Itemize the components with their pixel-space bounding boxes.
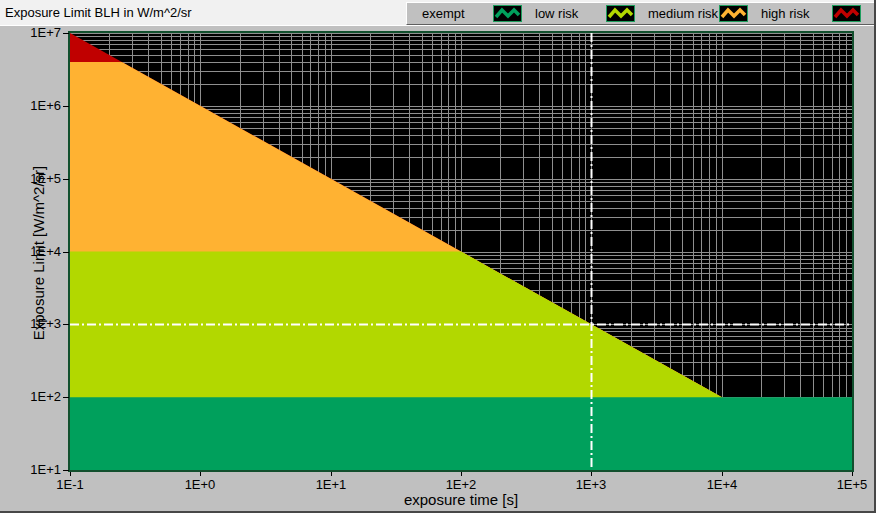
y-tick-mark bbox=[63, 179, 69, 180]
legend-label-low-risk: low risk bbox=[522, 6, 606, 21]
x-tick-label: 1E+0 bbox=[174, 477, 226, 492]
panel-top-bevel bbox=[0, 25, 876, 26]
y-tick-label: 1E+5 bbox=[0, 171, 61, 186]
legend-entry-high-risk[interactable]: high risk bbox=[748, 4, 861, 23]
plot-area[interactable] bbox=[68, 31, 854, 472]
plot-style-icon-low-risk[interactable] bbox=[606, 5, 635, 22]
legend-label-medium-risk: medium risk bbox=[635, 6, 719, 21]
plot-style-icon-exempt[interactable] bbox=[493, 5, 522, 22]
plot-legend: exemptlow riskmedium riskhigh risk bbox=[406, 2, 876, 25]
x-tick-mark bbox=[70, 472, 71, 476]
plot-style-icon-medium-risk[interactable] bbox=[719, 5, 748, 22]
y-tick-label: 1E+1 bbox=[0, 462, 61, 477]
y-tick-mark bbox=[63, 252, 69, 253]
plot-style-icon-high-risk[interactable] bbox=[832, 5, 861, 22]
zigzag-waveform-icon bbox=[609, 10, 632, 17]
zigzag-waveform-icon bbox=[496, 10, 519, 17]
y-tick-mark bbox=[63, 106, 69, 107]
series-exempt bbox=[70, 397, 852, 470]
x-tick-label: 1E+5 bbox=[826, 477, 876, 492]
x-tick-label: 1E+2 bbox=[435, 477, 487, 492]
x-tick-mark bbox=[722, 472, 723, 476]
y-tick-mark bbox=[63, 470, 69, 471]
x-tick-mark bbox=[852, 472, 853, 476]
y-tick-label: 1E+3 bbox=[0, 316, 61, 331]
x-tick-label: 1E-1 bbox=[44, 477, 96, 492]
zigzag-waveform-icon bbox=[722, 10, 745, 17]
chart-title: Exposure Limit BLH in W/m^2/sr bbox=[5, 5, 192, 20]
graph-canvas[interactable] bbox=[70, 33, 852, 470]
y-tick-label: 1E+7 bbox=[0, 25, 61, 40]
y-tick-mark bbox=[63, 33, 69, 34]
x-tick-label: 1E+1 bbox=[305, 477, 357, 492]
x-tick-label: 1E+3 bbox=[565, 477, 617, 492]
legend-label-exempt: exempt bbox=[409, 6, 493, 21]
x-tick-mark bbox=[200, 472, 201, 476]
x-tick-label: 1E+4 bbox=[696, 477, 748, 492]
x-tick-mark bbox=[591, 472, 592, 476]
y-tick-label: 1E+2 bbox=[0, 389, 61, 404]
legend-label-high-risk: high risk bbox=[748, 6, 832, 21]
y-tick-label: 1E+4 bbox=[0, 244, 61, 259]
y-tick-label: 1E+6 bbox=[0, 98, 61, 113]
x-tick-mark bbox=[461, 472, 462, 476]
y-tick-mark bbox=[63, 324, 69, 325]
zigzag-waveform-icon bbox=[835, 10, 858, 17]
legend-entry-medium-risk[interactable]: medium risk bbox=[635, 4, 748, 23]
x-tick-mark bbox=[331, 472, 332, 476]
y-tick-mark bbox=[63, 397, 69, 398]
legend-entry-exempt[interactable]: exempt bbox=[409, 4, 522, 23]
x-axis-label: exposure time [s] bbox=[404, 491, 518, 508]
legend-entry-low-risk[interactable]: low risk bbox=[522, 4, 635, 23]
